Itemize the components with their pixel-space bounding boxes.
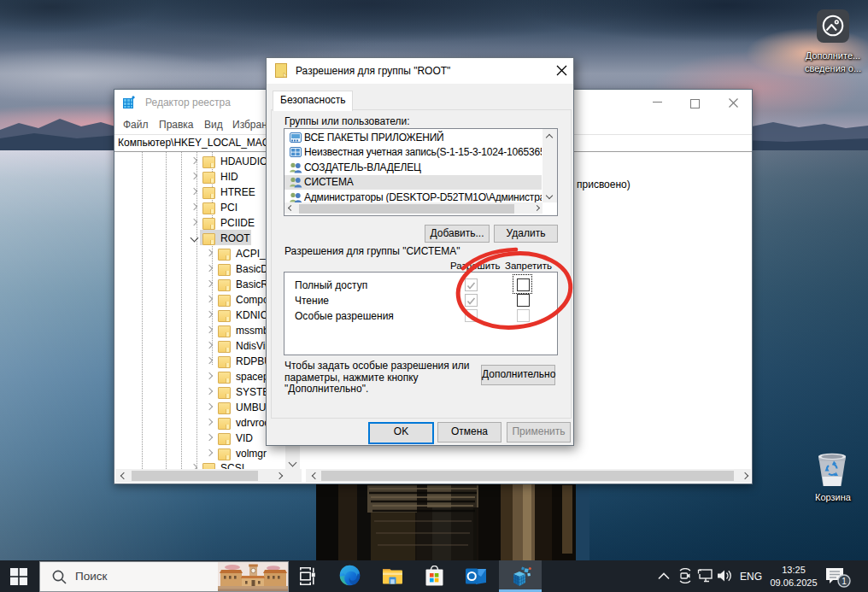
- svg-text:1: 1: [842, 577, 847, 586]
